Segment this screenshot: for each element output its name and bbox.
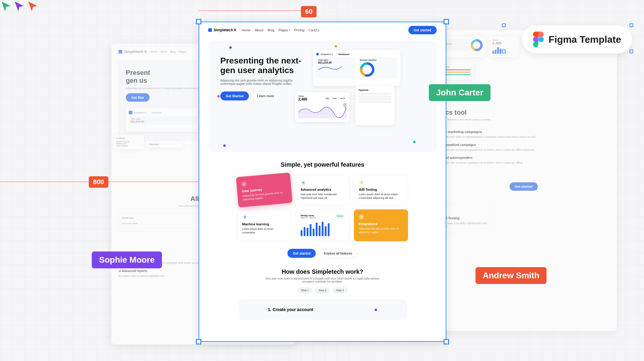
features-grid: ◎ User journey Adipiscing nisi sem gravi… (199, 175, 446, 241)
decorative-dot (223, 144, 226, 147)
nav-link-pages[interactable]: Pages▾ (278, 28, 290, 32)
nav-link-blog[interactable]: Blog (268, 28, 274, 32)
measurement-badge-top: 60 (301, 6, 317, 17)
selection-handle[interactable] (630, 23, 633, 27)
resize-handle-nw[interactable] (196, 19, 201, 24)
feature-card-user-journey[interactable]: ◎ User journey Adipiscing nisi sem gravi… (236, 172, 292, 207)
step-tab-3[interactable]: Step 3 (333, 287, 348, 293)
features-heading: Simple, yet powerful features (199, 161, 446, 168)
hero-mockups: Simpletech X Dashboard Total sales $21,2… (307, 56, 425, 134)
cursor-badge-sophie: Sophie Moore (92, 251, 162, 268)
hero-get-started-button[interactable]: Get Started (220, 91, 249, 100)
bg-get-started-button: Get Star (126, 93, 150, 102)
feature-card-chart[interactable]: Weekly views May 24 - Sep 01 +354% (296, 209, 350, 241)
nav-cta-button[interactable]: Get started (408, 26, 437, 34)
decorative-dot (335, 45, 337, 48)
contacts-row-mock: Payments (355, 86, 395, 125)
cursor-arrow-icon (13, 0, 25, 12)
chevron-down-icon: ▾ (289, 29, 290, 32)
nav-link-cart[interactable]: Cart(1) (308, 28, 319, 32)
flask-icon: ⚗ (359, 180, 364, 185)
cursor-arrow-icon (0, 0, 12, 12)
cursor-badge-andrew: Andrew Smith (475, 267, 546, 284)
measurement-guide-top (199, 11, 305, 11)
figma-template-label: Figma Template (549, 34, 621, 45)
selection-handle[interactable] (502, 23, 506, 27)
views-mock: Views 2,480 Day Week Month 2.5 (295, 92, 349, 122)
selection-handle[interactable] (630, 50, 633, 53)
brand-logo[interactable]: Simpletech X (208, 28, 236, 32)
feature-card-analytics[interactable]: ◔ Advanced analytics Duis aute irure dol… (296, 175, 350, 205)
hero-title: Presenting the next- gen user analytics (220, 56, 301, 75)
bg-cta-button: Get started (509, 182, 538, 191)
nav-bar: Simpletech X Home About Blog Pages▾ Pric… (199, 22, 446, 38)
decorative-dot (375, 309, 377, 311)
resize-handle-se[interactable] (444, 339, 449, 344)
decorative-dot (217, 95, 220, 97)
features-explore-button[interactable]: Explore all features (319, 249, 357, 258)
feature-card-integrations[interactable]: ⊕ Integrations Adipiscing nisi sem gravi… (354, 209, 408, 241)
dashboard-mock: Simpletech X Dashboard Total sales $21,2… (313, 50, 401, 86)
measurement-badge-left: 800 (89, 176, 108, 188)
bar-chart-icon (301, 221, 345, 236)
selection-handle[interactable] (502, 50, 506, 53)
main-frame[interactable]: Simpletech X Home About Blog Pages▾ Pric… (199, 22, 446, 342)
step-tab-1[interactable]: Step 1 (297, 287, 312, 293)
resize-handle-ne[interactable] (444, 19, 449, 24)
nav-link-pricing[interactable]: Pricing (294, 28, 305, 32)
hero-section: Presenting the next- gen user analytics … (208, 41, 437, 152)
step-tab-2[interactable]: Step 2 (315, 287, 330, 293)
brand-name: Simpletech X (214, 28, 236, 32)
figma-logo-icon (533, 32, 544, 47)
features-get-started-button[interactable]: Get started (287, 249, 316, 258)
feature-card-ab-testing[interactable]: ⚗ A/B Testing Lorem ipsum dolor sit amet… (354, 175, 408, 205)
background-frame-right: Total21,215.00 Views 2,480 Contacts View… (430, 30, 617, 331)
features-cta-row: Get started Explore all features (199, 249, 446, 258)
compass-icon: ◎ (241, 181, 247, 187)
how-heading: How does Simpletech work? (208, 268, 437, 275)
step-card: 1. Create your account (238, 299, 407, 320)
pie-chart-icon: ◔ (301, 180, 306, 185)
growth-badge: +354% (335, 214, 345, 219)
logo-mark-icon (208, 28, 212, 32)
cursor-arrow-icon (27, 0, 39, 12)
how-subtitle: Duis aute irure dolor in reprehenderit i… (265, 277, 380, 283)
feature-card-ml[interactable]: ⚙ Machine learning Lorem ipsum dolor sit… (237, 209, 291, 241)
hero-learn-more-button[interactable]: Learn more (252, 91, 279, 100)
decorative-dot (413, 141, 416, 143)
nav-link-home[interactable]: Home (242, 28, 250, 32)
cursor-badge-john: John Carter (429, 84, 491, 101)
resize-handle-sw[interactable] (196, 339, 201, 344)
link-icon: ⊕ (359, 214, 364, 220)
gear-icon: ⚙ (242, 214, 248, 220)
decorative-dot (229, 46, 232, 49)
nav-link-about[interactable]: About (255, 28, 264, 32)
how-section: How does Simpletech work? Duis aute irur… (199, 265, 446, 323)
hero-subtitle: Adipiscing nisi sem gravida enim eu adip… (220, 79, 299, 85)
figma-template-badge[interactable]: Figma Template (522, 26, 632, 53)
